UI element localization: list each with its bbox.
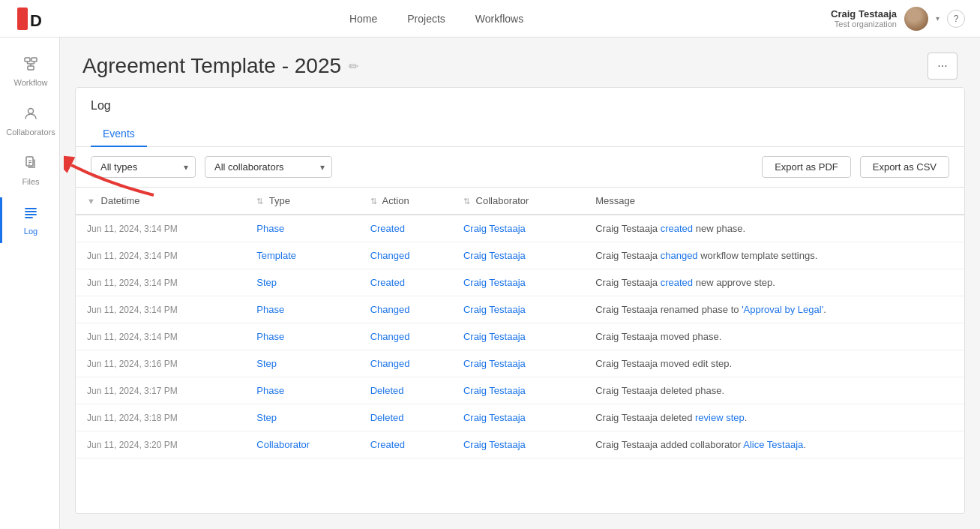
- cell-message: Craig Testaaja deleted review step.: [584, 404, 964, 431]
- table-row: Jun 11, 2024, 3:17 PM Phase Deleted Crai…: [76, 377, 964, 404]
- sidebar-item-files[interactable]: Files: [0, 148, 59, 194]
- cell-datetime: Jun 11, 2024, 3:14 PM: [76, 296, 245, 323]
- cell-message: Craig Testaaja moved phase.: [584, 323, 964, 350]
- cell-collaborator: Craig Testaaja: [452, 323, 584, 350]
- logo[interactable]: D: [15, 5, 42, 32]
- table-row: Jun 11, 2024, 3:18 PM Step Deleted Craig…: [76, 404, 964, 431]
- top-nav: D Home Projects Workflows Craig Testaaja…: [0, 0, 980, 38]
- page-header: Agreement Template - 2025 ✏ ···: [60, 38, 980, 87]
- cell-type: Step: [245, 404, 358, 431]
- help-button[interactable]: ?: [947, 10, 965, 28]
- nav-home[interactable]: Home: [349, 13, 377, 25]
- user-name: Craig Testaaja: [831, 8, 897, 20]
- table-row: Jun 11, 2024, 3:14 PM Phase Created Crai…: [76, 215, 964, 242]
- cell-action: Changed: [359, 242, 452, 269]
- avatar[interactable]: [904, 7, 928, 31]
- cell-type: Phase: [245, 296, 358, 323]
- cell-type: Phase: [245, 215, 358, 242]
- cell-action: Changed: [359, 350, 452, 377]
- panel-title: Log: [91, 99, 949, 113]
- sidebar-label-files: Files: [22, 177, 39, 186]
- tab-events[interactable]: Events: [91, 122, 147, 147]
- col-message: Message: [584, 188, 964, 215]
- cell-collaborator: Craig Testaaja: [452, 404, 584, 431]
- user-menu-chevron[interactable]: ▾: [936, 14, 940, 23]
- cell-action: Created: [359, 269, 452, 296]
- cell-type: Step: [245, 350, 358, 377]
- tabs: Events: [91, 122, 949, 146]
- nav-projects[interactable]: Projects: [407, 13, 445, 25]
- col-collaborator[interactable]: ⇅ Collaborator: [452, 188, 584, 215]
- cell-datetime: Jun 11, 2024, 3:18 PM: [76, 404, 245, 431]
- user-info: Craig Testaaja Test organization: [831, 8, 897, 29]
- cell-collaborator: Craig Testaaja: [452, 269, 584, 296]
- cell-datetime: Jun 11, 2024, 3:14 PM: [76, 269, 245, 296]
- cell-datetime: Jun 11, 2024, 3:14 PM: [76, 242, 245, 269]
- table-row: Jun 11, 2024, 3:16 PM Step Changed Craig…: [76, 350, 964, 377]
- cell-datetime: Jun 11, 2024, 3:16 PM: [76, 350, 245, 377]
- type-filter[interactable]: All types Phase Step Template Collaborat…: [91, 156, 196, 178]
- sidebar-item-log[interactable]: Log: [0, 197, 59, 243]
- log-panel: Log Events All types Phase Step Template…: [75, 87, 965, 514]
- sort-type-icon: ⇅: [256, 197, 263, 206]
- col-action[interactable]: ⇅ Action: [359, 188, 452, 215]
- cell-type: Phase: [245, 323, 358, 350]
- cell-collaborator: Craig Testaaja: [452, 215, 584, 242]
- nav-workflows[interactable]: Workflows: [475, 13, 523, 25]
- cell-datetime: Jun 11, 2024, 3:17 PM: [76, 377, 245, 404]
- cell-datetime: Jun 11, 2024, 3:14 PM: [76, 215, 245, 242]
- cell-message: Craig Testaaja created new phase.: [584, 215, 964, 242]
- export-pdf-button[interactable]: Export as PDF: [762, 156, 851, 178]
- table-row: Jun 11, 2024, 3:14 PM Step Created Craig…: [76, 269, 964, 296]
- collaborator-filter[interactable]: All collaborators Craig Testaaja Alice T…: [205, 156, 332, 178]
- cell-action: Created: [359, 215, 452, 242]
- svg-text:D: D: [30, 11, 42, 30]
- cell-message: Craig Testaaja moved edit step.: [584, 350, 964, 377]
- cell-action: Deleted: [359, 404, 452, 431]
- table-row: Jun 11, 2024, 3:14 PM Phase Changed Crai…: [76, 323, 964, 350]
- col-datetime[interactable]: ▼ Datetime: [76, 188, 245, 215]
- cell-datetime: Jun 11, 2024, 3:20 PM: [76, 431, 245, 458]
- workflow-icon: [23, 56, 38, 75]
- cell-type: Template: [245, 242, 358, 269]
- panel-header: Log Events: [76, 88, 964, 147]
- cell-action: Deleted: [359, 377, 452, 404]
- cell-message: Craig Testaaja changed workflow template…: [584, 242, 964, 269]
- cell-action: Changed: [359, 323, 452, 350]
- sidebar-item-collaborators[interactable]: Collaborators: [0, 98, 59, 144]
- svg-rect-4: [31, 58, 37, 62]
- cell-action: Created: [359, 431, 452, 458]
- nav-links: Home Projects Workflows: [72, 13, 801, 25]
- sort-action-icon: ⇅: [370, 197, 377, 206]
- svg-rect-3: [25, 58, 30, 62]
- app-layout: Workflow Collaborators File: [0, 38, 980, 529]
- cell-type: Step: [245, 269, 358, 296]
- cell-type: Collaborator: [245, 431, 358, 458]
- cell-collaborator: Craig Testaaja: [452, 350, 584, 377]
- main-content: Agreement Template - 2025 ✏ ··· Log Even…: [60, 38, 980, 529]
- user-area: Craig Testaaja Test organization ▾ ?: [831, 7, 965, 31]
- cell-message: Craig Testaaja created new approve step.: [584, 269, 964, 296]
- cell-collaborator: Craig Testaaja: [452, 296, 584, 323]
- export-csv-button[interactable]: Export as CSV: [860, 156, 949, 178]
- cell-collaborator: Craig Testaaja: [452, 431, 584, 458]
- edit-title-icon[interactable]: ✏: [349, 59, 358, 74]
- cell-message: Craig Testaaja renamed phase to 'Approva…: [584, 296, 964, 323]
- svg-rect-1: [17, 8, 28, 30]
- toolbar: All types Phase Step Template Collaborat…: [76, 147, 964, 188]
- table-row: Jun 11, 2024, 3:14 PM Template Changed C…: [76, 242, 964, 269]
- sidebar-label-workflow: Workflow: [13, 78, 47, 87]
- svg-rect-5: [28, 66, 34, 70]
- sort-datetime-icon: ▼: [87, 197, 95, 206]
- log-table: ▼ Datetime ⇅ Type ⇅ Action: [76, 188, 964, 458]
- col-type[interactable]: ⇅ Type: [245, 188, 358, 215]
- sidebar-item-workflow[interactable]: Workflow: [0, 49, 59, 95]
- table-row: Jun 11, 2024, 3:14 PM Phase Changed Crai…: [76, 296, 964, 323]
- sidebar-label-log: Log: [24, 227, 37, 236]
- svg-point-10: [28, 109, 34, 114]
- files-icon: [23, 155, 38, 174]
- more-options-button[interactable]: ···: [928, 53, 958, 80]
- type-filter-wrapper: All types Phase Step Template Collaborat…: [91, 156, 196, 178]
- sort-collaborator-icon: ⇅: [463, 197, 470, 206]
- table-row: Jun 11, 2024, 3:20 PM Collaborator Creat…: [76, 431, 964, 458]
